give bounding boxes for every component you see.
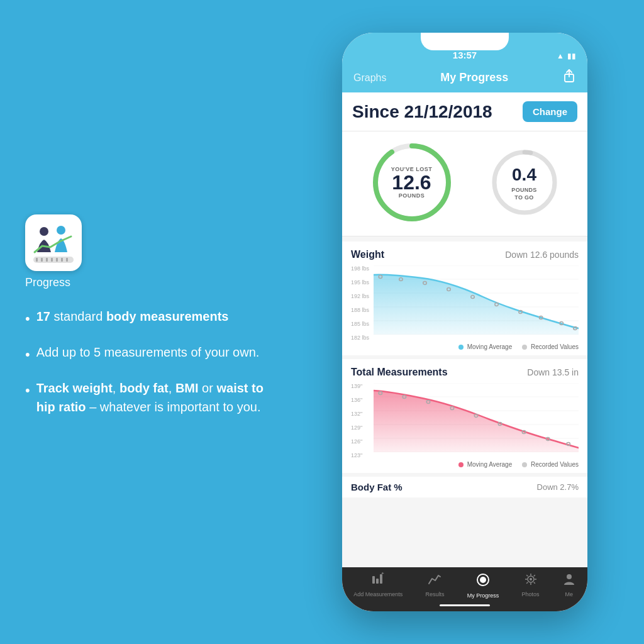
since-date-label: Since 21/12/2018	[352, 102, 492, 122]
svg-line-60	[533, 582, 535, 584]
weight-recorded-dot	[522, 345, 527, 350]
left-panel: Progress • 17 standard body measurements…	[25, 214, 264, 430]
phone-wrapper: 13:57 ▲ ▮▮ Graphs My Progress Since 21	[311, 26, 619, 618]
circle-label-pounds-to-go-1: POUNDS	[511, 187, 536, 193]
weight-chart-y-labels: 198 lbs 195 lbs 192 lbs 188 lbs 185 lbs …	[351, 265, 369, 341]
bullet-item-1: • 17 standard body measurements	[25, 307, 264, 329]
tab-my-progress[interactable]: My Progress	[467, 572, 499, 599]
circle-label-pounds-to-go-2: TO GO	[511, 194, 536, 201]
tab-my-progress-label: My Progress	[467, 592, 499, 599]
weight-chart-legend: Moving Average Recorded Values	[351, 343, 579, 350]
measurements-legend-moving: Moving Average	[458, 461, 512, 468]
tab-add-measurements[interactable]: + Add Measurements	[353, 572, 402, 597]
svg-rect-3	[41, 258, 43, 262]
tab-me[interactable]: Me	[562, 572, 576, 597]
phone-nav: Graphs My Progress	[342, 64, 587, 92]
svg-point-54	[530, 578, 532, 580]
svg-rect-47	[372, 576, 375, 584]
bullet-item-2: • Add up to 5 measurements of your own.	[25, 343, 264, 365]
measurements-chart-legend: Moving Average Recorded Values	[351, 461, 579, 468]
y-label-192: 192 lbs	[351, 293, 369, 299]
app-name-label: Progress	[25, 276, 70, 289]
measurements-chart-svg-wrapper	[374, 383, 579, 458]
measurements-chart-header: Total Measurements Down 13.5 in	[351, 367, 579, 378]
circle-value-to-go: 0.4	[511, 164, 536, 186]
tab-photos[interactable]: Photos	[522, 572, 540, 597]
since-section: Since 21/12/2018 Change	[342, 92, 587, 131]
svg-point-10	[57, 226, 65, 235]
change-button[interactable]: Change	[523, 101, 577, 122]
bullet-dot-3: •	[25, 380, 30, 401]
wifi-icon: ▲	[557, 52, 564, 60]
weight-chart-header: Weight Down 12.6 pounds	[351, 249, 579, 260]
me-icon	[562, 572, 576, 589]
small-progress-circle: 0.4 POUNDS TO GO	[490, 148, 559, 217]
bullet-dot-1: •	[25, 308, 30, 329]
photos-icon	[524, 572, 538, 589]
measurements-chart-y-labels: 139" 136" 132" 129" 126" 123"	[351, 383, 362, 458]
circles-section: YOU'VE LOST 12.6 POUNDS 0.4 POUNDS TO GO	[342, 131, 587, 236]
body-fat-section: Body Fat % Down 2.7%	[342, 477, 587, 497]
bullet-text-3: Track weight, body fat, BMI or waist to …	[36, 379, 264, 416]
y-label-198: 198 lbs	[351, 265, 369, 272]
m-y-label-132: 132"	[351, 411, 362, 417]
tab-results-label: Results	[425, 591, 444, 597]
measurements-chart-title: Total Measurements	[351, 367, 448, 378]
tab-me-label: Me	[565, 591, 574, 597]
measurements-legend-recorded: Recorded Values	[522, 461, 579, 468]
bullet-dot-2: •	[25, 344, 30, 365]
feature-list: • 17 standard body measurements • Add up…	[25, 307, 264, 430]
weight-legend-recorded: Recorded Values	[522, 343, 579, 350]
svg-rect-5	[51, 258, 53, 262]
weight-chart-title: Weight	[351, 249, 384, 260]
weight-moving-dot	[458, 345, 464, 350]
svg-line-59	[526, 575, 528, 576]
weight-chart-section: Weight Down 12.6 pounds 198 lbs 195 lbs …	[342, 242, 587, 355]
circle-inner-small: 0.4 POUNDS TO GO	[511, 164, 536, 201]
app-icon-wrapper: Progress	[25, 214, 264, 289]
bullet-text-2: Add up to 5 measurements of your own.	[36, 343, 260, 362]
tab-bar-home-indicator	[440, 604, 490, 606]
measurements-chart-area: 139" 136" 132" 129" 126" 123"	[351, 383, 579, 458]
y-label-182: 182 lbs	[351, 335, 369, 341]
svg-point-46	[567, 443, 570, 446]
status-bar: 13:57 ▲ ▮▮	[342, 33, 587, 64]
tab-bar: + Add Measurements Results	[342, 567, 587, 611]
phone-content: Since 21/12/2018 Change YOU'VE LOST 12.6…	[342, 92, 587, 567]
share-icon[interactable]	[562, 69, 576, 86]
bullet-text-1: 17 standard body measurements	[36, 307, 229, 326]
svg-line-61	[533, 575, 535, 576]
m-y-label-126: 126"	[351, 438, 362, 445]
bullet-item-3: • Track weight, body fat, BMI or waist t…	[25, 379, 264, 416]
circle-inner-big: YOU'VE LOST 12.6 POUNDS	[391, 166, 433, 199]
measurements-moving-dot	[458, 462, 464, 467]
svg-rect-2	[36, 258, 38, 262]
svg-rect-7	[61, 258, 63, 262]
tab-results[interactable]: Results	[425, 572, 444, 597]
battery-icon: ▮▮	[567, 52, 576, 60]
results-icon	[428, 572, 441, 589]
y-label-195: 195 lbs	[351, 279, 369, 286]
svg-rect-48	[376, 579, 379, 584]
big-progress-circle: YOU'VE LOST 12.6 POUNDS	[371, 142, 453, 223]
svg-rect-6	[56, 258, 58, 262]
circle-value-pounds-lost: 12.6	[391, 172, 433, 192]
svg-rect-4	[46, 258, 48, 262]
measurements-chart-subtitle: Down 13.5 in	[527, 367, 579, 377]
body-fat-subtitle: Down 2.7%	[537, 482, 579, 492]
nav-title: My Progress	[440, 71, 508, 84]
y-label-188: 188 lbs	[351, 307, 369, 313]
app-icon	[25, 214, 82, 271]
weight-chart-area: 198 lbs 195 lbs 192 lbs 188 lbs 185 lbs …	[351, 265, 579, 341]
svg-point-9	[40, 227, 48, 236]
svg-rect-8	[66, 258, 68, 262]
add-measurements-icon: +	[371, 572, 385, 589]
status-icons: ▲ ▮▮	[557, 52, 576, 60]
svg-point-63	[567, 574, 572, 579]
nav-graphs-label[interactable]: Graphs	[353, 72, 386, 84]
status-time: 13:57	[453, 50, 477, 60]
measurements-chart-section: Total Measurements Down 13.5 in 139" 136…	[342, 359, 587, 473]
tab-add-measurements-label: Add Measurements	[353, 591, 402, 597]
m-y-label-139: 139"	[351, 383, 362, 389]
body-fat-title: Body Fat %	[351, 482, 402, 492]
